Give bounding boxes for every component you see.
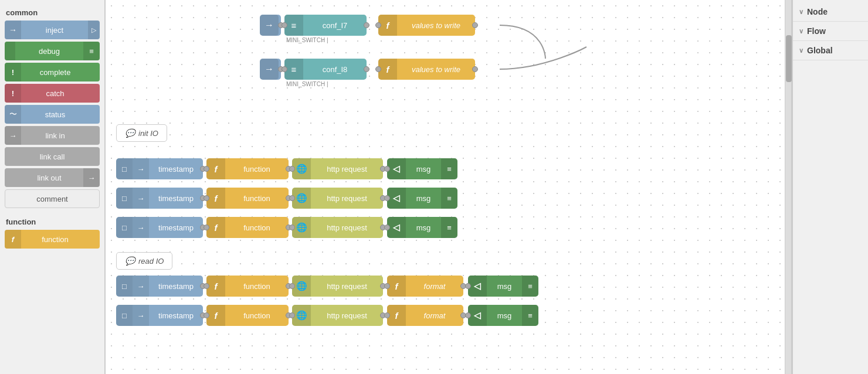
http5-node[interactable]: 🌐 http request [292, 305, 383, 326]
status-icon: 〜 [5, 105, 21, 124]
msgout4-label: msg [487, 282, 522, 291]
ts2-node[interactable]: □ → timestamp [116, 188, 203, 209]
debug-port-left [5, 42, 15, 60]
ts2-arrow-icon: → [133, 188, 149, 209]
sidebar-status-label: status [21, 110, 89, 119]
sidebar-node-debug[interactable]: debug ≡ [5, 42, 100, 60]
ts3-node[interactable]: □ → timestamp [116, 217, 203, 238]
fn3-node[interactable]: f function [206, 217, 289, 238]
sidebar-catch-label: catch [21, 89, 89, 98]
sidebar-node-comment[interactable]: comment [5, 189, 100, 208]
ts3-left-icon: □ [116, 217, 133, 238]
right-section-node[interactable]: ∨ Node [793, 2, 868, 22]
conf-i7-inject-node[interactable]: → [260, 15, 281, 36]
sidebar: common → inject ▷ debug ≡ ! complete ! c… [0, 0, 106, 374]
sidebar-debug-label: debug [15, 47, 83, 56]
mini-switch-label-i8: MINI_SWITCH | [286, 81, 328, 87]
sidebar-node-inject[interactable]: → inject ▷ [5, 21, 100, 39]
conf-i8-port-right [364, 66, 369, 72]
msg2-node[interactable]: ◁ msg ≡ [387, 188, 457, 209]
conf-i8-func-port-left [375, 66, 381, 72]
fn2-node[interactable]: f function [206, 188, 289, 209]
fmt4-port-left [384, 283, 390, 289]
fn1-node[interactable]: f function [206, 158, 289, 179]
conf-i7-func-port-left [375, 22, 381, 28]
ts4-label: timestamp [149, 282, 203, 291]
fmt4-node[interactable]: f format [387, 276, 463, 297]
global-chevron-icon: ∨ [799, 47, 803, 55]
http4-label: http request [311, 282, 383, 291]
right-section-global[interactable]: ∨ Global [793, 41, 868, 60]
right-global-label: Global [807, 46, 833, 55]
scroll-thumb[interactable] [786, 35, 792, 82]
fn4-node[interactable]: f function [206, 276, 289, 297]
right-section-flow[interactable]: ∨ Flow [793, 22, 868, 41]
msg3-node[interactable]: ◁ msg ≡ [387, 217, 457, 238]
conf-i8-label: conf_I8 [303, 65, 367, 74]
scroll-track[interactable] [785, 0, 792, 374]
sidebar-node-function[interactable]: f function [5, 230, 100, 249]
ts1-left-icon: □ [116, 158, 133, 179]
flow-canvas[interactable]: → ≡ conf_I7 MINI_SWITCH | f values to wr… [106, 0, 785, 374]
sidebar-node-complete[interactable]: ! complete [5, 63, 100, 81]
msg2-label: msg [406, 194, 441, 203]
sidebar-node-link-call[interactable]: link call [5, 147, 100, 166]
node-chevron-icon: ∨ [799, 8, 803, 16]
sidebar-link-call-label: link call [15, 152, 89, 161]
http2-label: http request [311, 194, 383, 203]
sidebar-node-link-in[interactable]: → link in [5, 126, 100, 145]
function-icon: f [5, 230, 21, 249]
fn3-label: function [225, 223, 289, 232]
sidebar-link-in-label: link in [21, 131, 89, 140]
fn5-port-left [204, 312, 209, 318]
ts1-node[interactable]: □ → timestamp [116, 158, 203, 179]
http2-port-left [289, 195, 295, 201]
msg2-lines-icon: ≡ [441, 188, 457, 209]
conf-i8-node[interactable]: ≡ conf_I8 [284, 59, 367, 80]
ts5-left-icon: □ [116, 305, 133, 326]
conf-i8-inject-node[interactable]: → [260, 59, 281, 80]
msgout4-node[interactable]: ◁ msg ≡ [468, 276, 538, 297]
sidebar-comment-label: comment [5, 195, 99, 203]
fmt5-label: format [406, 311, 463, 320]
comment-init-io[interactable]: 💬 init IO [116, 124, 167, 142]
msg1-lines-icon: ≡ [441, 158, 457, 179]
msgout5-node[interactable]: ◁ msg ≡ [468, 305, 538, 326]
http3-node[interactable]: 🌐 http request [292, 217, 383, 238]
sidebar-node-status[interactable]: 〜 status [5, 105, 100, 124]
ts4-left-icon: □ [116, 276, 133, 297]
sidebar-section-common: common [0, 5, 104, 19]
conf-i8-func-node[interactable]: f values to write [378, 59, 475, 80]
right-flow-label: Flow [807, 26, 826, 36]
complete-icon: ! [5, 63, 21, 81]
ts4-node[interactable]: □ → timestamp [116, 276, 203, 297]
http4-port-left [289, 283, 295, 289]
ts5-arrow-icon: → [133, 305, 149, 326]
http1-port-left [289, 166, 295, 172]
ts5-node[interactable]: □ → timestamp [116, 305, 203, 326]
comment-init-label: init IO [138, 129, 158, 138]
sidebar-complete-label: complete [21, 68, 89, 77]
msg1-node[interactable]: ◁ msg ≡ [387, 158, 457, 179]
fn5-label: function [225, 311, 289, 320]
conf-i7-node[interactable]: ≡ conf_I7 [284, 15, 367, 36]
msg2-port-left [384, 195, 390, 201]
fn5-node[interactable]: f function [206, 305, 289, 326]
conf-i7-func-node[interactable]: f values to write [378, 15, 475, 36]
ts3-arrow-icon: → [133, 217, 149, 238]
ts4-arrow-icon: → [133, 276, 149, 297]
msgout4-port-left [465, 283, 471, 289]
msg3-port-left [384, 225, 390, 230]
comment-read-io[interactable]: 💬 read IO [116, 252, 172, 270]
fmt5-node[interactable]: f format [387, 305, 463, 326]
http1-node[interactable]: 🌐 http request [292, 158, 383, 179]
msg1-label: msg [406, 165, 441, 174]
http4-node[interactable]: 🌐 http request [292, 276, 383, 297]
sidebar-node-link-out[interactable]: link out → [5, 168, 100, 187]
ts1-label: timestamp [149, 165, 203, 174]
sidebar-node-catch[interactable]: ! catch [5, 84, 100, 103]
http5-label: http request [311, 311, 383, 320]
fn2-label: function [225, 194, 289, 203]
http2-node[interactable]: 🌐 http request [292, 188, 383, 209]
conf-i7-port-left [282, 22, 287, 28]
